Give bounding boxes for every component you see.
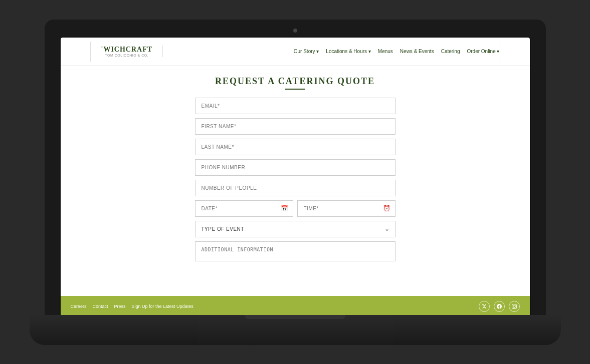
additional-info-input[interactable] [195,241,396,261]
date-wrapper: 📅 [195,200,293,217]
site-footer: Careers Contact Press Sign Up for the La… [61,296,530,317]
twitter-icon[interactable] [479,301,490,312]
clock-icon: ⏰ [383,205,390,212]
footer-careers[interactable]: Careers [71,304,87,309]
time-input[interactable] [297,200,396,217]
laptop: 'WICHCRAFT TOM COLICCHIO & CO. Our Story… [45,20,546,345]
phone-input[interactable] [195,159,396,176]
number-people-input[interactable] [195,180,396,196]
date-time-row: 📅 ⏰ [195,200,396,217]
title-underline [285,89,305,90]
time-wrapper: ⏰ [297,200,396,217]
event-type-wrapper: TYPE OF EVENT ⌄ [195,221,396,237]
nav-locations[interactable]: Locations & Hours ▾ [326,49,371,54]
first-name-input[interactable] [195,118,396,135]
laptop-base [30,315,561,345]
phone-field [195,159,396,176]
logo-subtitle: TOM COLICCHIO & CO. [105,54,148,57]
facebook-icon[interactable] [494,301,505,312]
additional-info-field [195,241,396,263]
nav-our-story[interactable]: Our Story ▾ [294,49,319,54]
logo-area: 'WICHCRAFT TOM COLICCHIO & CO. [91,46,163,57]
footer-social [479,301,520,312]
nav-order[interactable]: Order Online ▾ [467,49,499,54]
navbar: 'WICHCRAFT TOM COLICCHIO & CO. Our Story… [61,38,530,66]
event-type-select[interactable]: TYPE OF EVENT [195,221,396,237]
nav-menus[interactable]: Menus [378,49,393,54]
laptop-camera [293,29,297,33]
instagram-icon[interactable] [509,301,520,312]
first-name-field [195,118,396,135]
footer-links: Careers Contact Press Sign Up for the La… [71,304,193,309]
laptop-screen: 'WICHCRAFT TOM COLICCHIO & CO. Our Story… [60,37,531,318]
footer-signup[interactable]: Sign Up for the Latest Updates [132,304,193,309]
number-people-field [195,180,396,196]
date-input[interactable] [195,200,293,217]
site-wrapper: 'WICHCRAFT TOM COLICCHIO & CO. Our Story… [61,38,530,317]
nav-col-left [66,42,91,62]
footer-contact[interactable]: Contact [93,304,108,309]
laptop-body: 'WICHCRAFT TOM COLICCHIO & CO. Our Story… [45,20,546,315]
nav-news[interactable]: News & Events [400,49,434,54]
email-input[interactable] [195,98,396,114]
catering-form: 📅 ⏰ TYPE OF EVENT ⌄ [195,98,396,263]
last-name-input[interactable] [195,139,396,155]
nav-links: Our Story ▾ Locations & Hours ▾ Menus Ne… [294,49,500,54]
footer-press[interactable]: Press [114,304,126,309]
nav-col-right [500,42,525,62]
site-logo[interactable]: 'WICHCRAFT [101,46,153,54]
calendar-icon: 📅 [281,205,288,212]
page-title: REQUEST A CATERING QUOTE [71,76,520,87]
main-content: REQUEST A CATERING QUOTE [61,66,530,296]
nav-catering[interactable]: Catering [441,49,460,54]
email-field [195,98,396,114]
last-name-field [195,139,396,155]
